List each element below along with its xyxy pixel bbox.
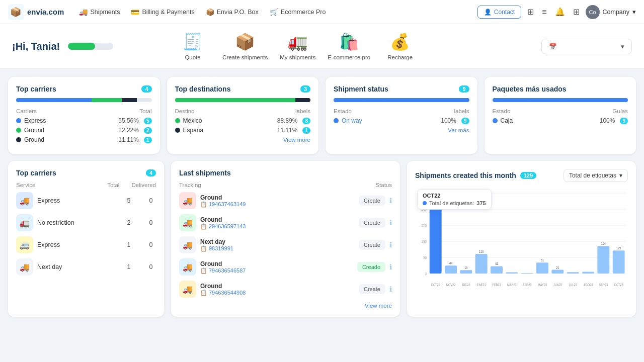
table-button[interactable]: ≡: [540, 6, 548, 19]
grid-button[interactable]: ⊞: [571, 5, 582, 19]
svg-text:180: 180: [422, 239, 427, 244]
create-button-2[interactable]: Create: [359, 218, 385, 228]
last-shipments-header: Last shipments: [179, 169, 392, 177]
create-button-1[interactable]: Create: [359, 196, 385, 206]
date-picker[interactable]: 📅 ▾: [541, 39, 632, 54]
info-icon-1[interactable]: ℹ: [389, 197, 392, 205]
action-recharge[interactable]: 💰 Recharge: [382, 32, 418, 60]
info-icon-4[interactable]: ℹ: [389, 263, 392, 271]
list-item: Ground 22.22% 2: [16, 127, 152, 134]
list-item: 🚚 Ground 📋 294636597143 Create ℹ: [179, 214, 392, 231]
list-item: On way 100% 9: [334, 117, 469, 124]
chart-area: OCT22 Total de etiquetas: 375 4503602701…: [415, 188, 628, 289]
svg-rect-14: [430, 207, 442, 274]
svg-text:ABR23: ABR23: [523, 283, 532, 287]
company-button[interactable]: Co Company ▾: [586, 5, 636, 19]
logo[interactable]: 📦 envia.com: [8, 4, 64, 20]
svg-text:90: 90: [423, 255, 427, 260]
ground-icon-3: 🚚: [179, 258, 196, 276]
top-carriers-bar-1: [16, 98, 152, 102]
list-item: 🚚 Next day 📋 98319991 Create ℹ: [179, 236, 392, 253]
svg-text:270: 270: [422, 223, 427, 228]
top-destinations-card: Top destinations 3 Destino labels México…: [167, 77, 319, 154]
action-my-shipments[interactable]: 🚛 My shipments: [280, 32, 315, 60]
billing-icon: 💳: [131, 8, 139, 16]
calculator-button[interactable]: ⊞: [525, 5, 536, 19]
svg-text:450: 450: [422, 191, 427, 196]
action-quote[interactable]: 🧾 Quote: [175, 32, 210, 60]
list-item: Caja 100% 9: [493, 117, 628, 124]
svg-text:154: 154: [601, 242, 606, 246]
svg-text:0: 0: [425, 271, 427, 276]
ecommerce-icon: 🛒: [270, 8, 278, 16]
svg-rect-29: [506, 273, 518, 274]
notification-button[interactable]: 🔔: [553, 5, 567, 19]
nav-ecommerce[interactable]: 🛒 Ecommerce Pro: [265, 5, 331, 19]
pobox-icon: 📦: [206, 8, 214, 16]
info-icon-3[interactable]: ℹ: [389, 241, 392, 249]
logo-icon: 📦: [8, 4, 24, 20]
next-day-icon: 🚚: [16, 258, 33, 276]
view-more-shipments-link[interactable]: View more: [179, 303, 392, 309]
nav-pobox[interactable]: 📦 Envia P.O. Box: [201, 5, 264, 19]
express-icon-2: 🚐: [16, 236, 33, 253]
svg-text:61: 61: [541, 258, 544, 262]
dot-dark: [16, 137, 21, 142]
svg-text:OCT22: OCT22: [431, 283, 440, 287]
svg-rect-26: [491, 266, 503, 274]
svg-rect-20: [460, 270, 472, 274]
ver-mas-link[interactable]: Ver más: [334, 127, 469, 133]
last-shipments-table-header: Tracking Status: [179, 182, 392, 188]
company-avatar: Co: [586, 5, 600, 19]
top-destinations-bar: [175, 98, 311, 102]
svg-text:21: 21: [556, 265, 559, 269]
nav-shipments[interactable]: 🚚 Shipments: [74, 5, 125, 19]
svg-rect-23: [475, 254, 488, 274]
svg-text:AGO23: AGO23: [584, 283, 593, 287]
svg-text:19: 19: [464, 266, 468, 270]
chevron-down-icon: ▾: [619, 172, 622, 179]
nav-billing[interactable]: 💳 Billing & Payments: [126, 5, 199, 19]
svg-text:NOV22: NOV22: [446, 283, 456, 287]
chevron-down-icon: ▾: [632, 8, 636, 16]
info-icon-2[interactable]: ℹ: [389, 219, 392, 227]
top-carriers-card-2: Top carriers 4 Service Total Delivered 🚚…: [8, 161, 164, 317]
action-create-shipments[interactable]: 📦 Create shipments: [222, 32, 268, 60]
svg-text:ENE23: ENE23: [477, 283, 486, 287]
dot-blue: [16, 118, 21, 123]
svg-text:JUN23: JUN23: [553, 283, 562, 287]
svg-text:📦: 📦: [10, 7, 22, 18]
paquetes-bar: [493, 98, 628, 102]
chart-select[interactable]: Total de etiquetas ▾: [564, 169, 628, 182]
paquetes-header: Paquetes más usados: [493, 85, 628, 93]
ground-icon-4: 🚚: [179, 281, 196, 298]
bottom-row: Top carriers 4 Service Total Delivered 🚚…: [8, 161, 636, 317]
list-item: 🚚 Ground 📋 794636544908 Create ℹ: [179, 281, 392, 298]
ground-icon-2: 🚚: [179, 214, 196, 231]
create-button-3[interactable]: Create: [359, 240, 385, 250]
svg-text:MAR23: MAR23: [507, 283, 517, 287]
bar-chart-svg: 450360270180900375OCT2244NOV2219DIC22110…: [415, 188, 628, 289]
svg-rect-46: [613, 250, 625, 274]
contact-button[interactable]: 👤 Contact: [477, 6, 521, 19]
view-more-link[interactable]: View more: [175, 137, 311, 143]
svg-text:41: 41: [495, 262, 499, 266]
top-carriers-badge-1: 4: [141, 85, 151, 93]
top-destinations-badge: 3: [300, 85, 310, 93]
info-icon-5[interactable]: ℹ: [389, 285, 392, 293]
list-item: México 88.89% 8: [175, 117, 311, 124]
svg-rect-36: [551, 270, 564, 274]
top-destinations-header: Top destinations 3: [175, 85, 311, 93]
svg-text:375: 375: [433, 202, 438, 206]
top-row: Top carriers 4 Carriers Total Express 55…: [8, 77, 636, 154]
create-button-5[interactable]: Create: [359, 284, 385, 294]
action-ecommerce-pro[interactable]: 🛍️ E-commerce pro: [328, 32, 370, 60]
svg-rect-39: [567, 272, 579, 274]
last-shipments-card: Last shipments Tracking Status 🚚 Ground …: [171, 161, 400, 317]
ecommerce-pro-icon: 🛍️: [339, 32, 359, 51]
nav-links: 🚚 Shipments 💳 Billing & Payments 📦 Envia…: [74, 5, 473, 19]
creado-button-4[interactable]: Creado: [357, 262, 385, 272]
svg-rect-33: [536, 262, 548, 274]
shipment-status-bar: [334, 98, 469, 102]
svg-rect-17: [445, 265, 457, 274]
